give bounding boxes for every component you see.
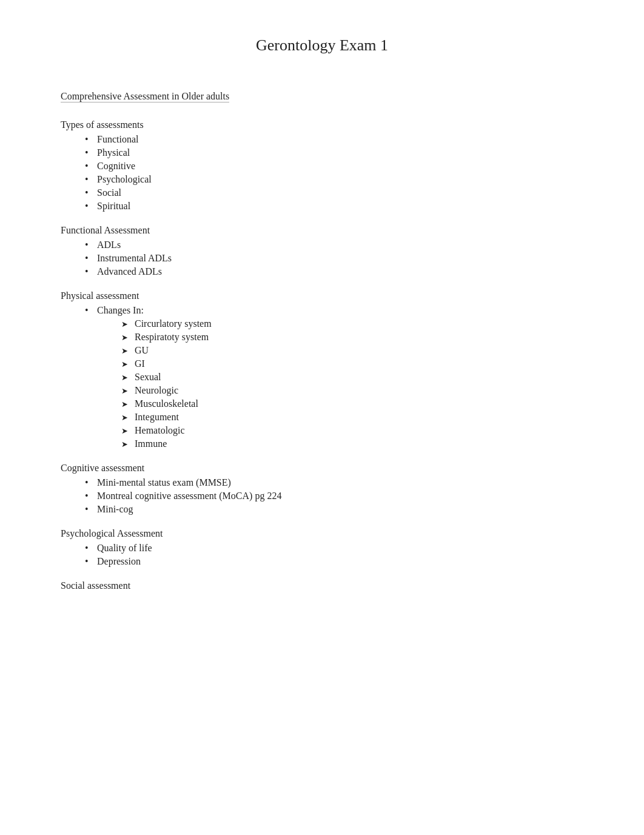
list-item: ADLs [85,240,583,250]
list-item: Respiratoty system [121,332,583,343]
list-item: GU [121,345,583,356]
psychological-list: Quality of life Depression [61,543,583,567]
social-heading: Social assessment [61,580,583,591]
list-item: Depression [85,556,583,567]
physical-list: Changes In: Circurlatory system Respirat… [61,305,583,449]
types-list: Functional Physical Cognitive Psychologi… [61,134,583,212]
list-item: Mini-mental status exam (MMSE) [85,477,583,488]
functional-list: ADLs Instrumental ADLs Advanced ADLs [61,240,583,277]
list-item: Advanced ADLs [85,266,583,277]
physical-heading: Physical assessment [61,290,583,301]
list-item: Hematologic [121,425,583,436]
list-item: GI [121,358,583,369]
list-item: Musculoskeletal [121,398,583,409]
cognitive-heading: Cognitive assessment [61,463,583,474]
list-item: Social [85,187,583,198]
list-item: Quality of life [85,543,583,554]
list-item: Instrumental ADLs [85,253,583,264]
list-item: Sexual [121,372,583,383]
list-item: Montreal cognitive assessment (MoCA) pg … [85,491,583,501]
page-title: Gerontology Exam 1 [61,36,583,55]
functional-heading: Functional Assessment [61,225,583,236]
list-item: Immune [121,438,583,449]
list-item: Spiritual [85,201,583,212]
list-item: Neurologic [121,385,583,396]
changes-list: Circurlatory system Respiratoty system G… [97,318,583,449]
cognitive-section: Cognitive assessment Mini-mental status … [61,463,583,515]
list-item: Mini-cog [85,504,583,515]
list-item: Functional [85,134,583,145]
physical-section: Physical assessment Changes In: Circurla… [61,290,583,449]
changes-item: Changes In: Circurlatory system Respirat… [85,305,583,449]
comprehensive-section: Comprehensive Assessment in Older adults… [61,91,583,212]
list-item: Psychological [85,174,583,185]
functional-section: Functional Assessment ADLs Instrumental … [61,225,583,277]
list-item: Integument [121,412,583,423]
psychological-section: Psychological Assessment Quality of life… [61,528,583,567]
social-section: Social assessment [61,580,583,591]
comprehensive-heading: Comprehensive Assessment in Older adults [61,91,583,106]
types-heading: Types of assessments [61,119,583,130]
psychological-heading: Psychological Assessment [61,528,583,539]
list-item: Cognitive [85,161,583,172]
list-item: Physical [85,147,583,158]
list-item: Circurlatory system [121,318,583,329]
cognitive-list: Mini-mental status exam (MMSE) Montreal … [61,477,583,515]
